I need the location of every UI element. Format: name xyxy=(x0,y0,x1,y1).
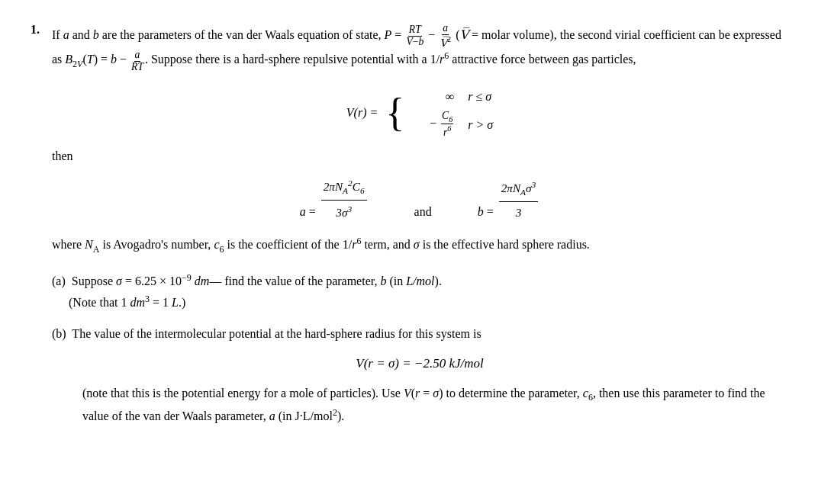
frac-a-RT: a RT xyxy=(130,50,144,73)
problem-number: 1. xyxy=(31,23,52,438)
part-a-label: (a) xyxy=(52,275,66,288)
part-a-note: (Note that 1 dm3 = 1 L.) xyxy=(69,292,787,313)
part-b-label: (b) xyxy=(52,327,66,340)
left-brace: { xyxy=(385,93,404,133)
formula-a: a = 2πNA2C6 3σ3 xyxy=(300,176,369,222)
piecewise-equation: V(r) = { ∞ r ≤ σ − C6 r6 r > σ xyxy=(52,87,787,139)
part-b: (b) The value of the intermolecular pote… xyxy=(52,324,787,427)
frac-a-full: 2πNA2C6 3σ3 xyxy=(321,176,367,222)
part-b-formula: V(r = σ) = −2.50 kJ/mol xyxy=(52,353,787,374)
formulas-row: a = 2πNA2C6 3σ3 and b = 2πNAσ3 3 xyxy=(52,176,787,222)
part-a: (a) Suppose σ = 6.25 × 10−9 dm— find the… xyxy=(52,271,787,313)
problem-container: 1. If a and b are the parameters of the … xyxy=(31,23,787,438)
frac-b-full: 2πNAσ3 3 xyxy=(499,178,539,222)
frac-a-V2: a V̅2 xyxy=(439,23,452,49)
piecewise-cases: ∞ r ≤ σ − C6 r6 r > σ xyxy=(416,87,493,139)
piecewise-lhs: V(r) = xyxy=(346,103,378,123)
case1-condition: r ≤ σ xyxy=(468,87,491,107)
frac-RT-Vb: RT V−b xyxy=(405,24,424,48)
case-1: ∞ r ≤ σ xyxy=(416,87,493,107)
case2-value: − C6 r6 xyxy=(416,111,454,138)
and-connector: and xyxy=(414,202,432,222)
intro-paragraph: If a and b are the parameters of the van… xyxy=(52,23,787,73)
case-2: − C6 r6 r > σ xyxy=(416,111,493,138)
formula-a-lhs: a = xyxy=(300,202,316,222)
case1-value: ∞ xyxy=(416,87,454,107)
param-b: b xyxy=(93,28,99,41)
problem-content: If a and b are the parameters of the van… xyxy=(52,23,787,438)
param-a: a xyxy=(63,28,69,41)
part-b-note: (note that this is the potential energy … xyxy=(82,384,787,427)
where-text: where NA is Avogadro's number, c6 is the… xyxy=(52,234,787,257)
case2-condition: r > σ xyxy=(468,115,493,135)
frac-C6-r6: C6 r6 xyxy=(441,111,453,138)
formula-b-lhs: b = xyxy=(478,202,494,222)
formula-b: b = 2πNAσ3 3 xyxy=(478,178,540,222)
then-line: then xyxy=(52,146,787,166)
